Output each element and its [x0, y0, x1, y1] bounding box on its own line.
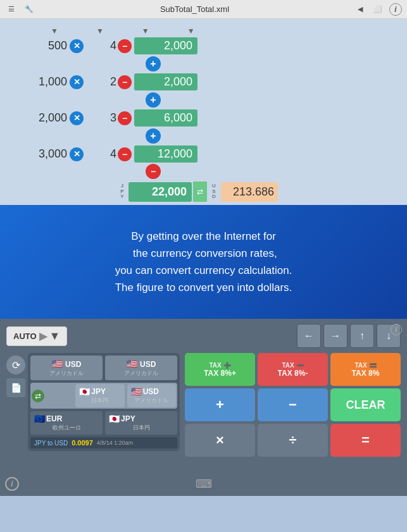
row2-add-icon[interactable]: ✕	[70, 75, 84, 89]
multiply-label: ×	[216, 432, 224, 448]
currency-card-eur[interactable]: 🇪🇺 EUR 欧州ユーロ	[30, 411, 103, 435]
row1-plus-btn[interactable]: +	[146, 56, 161, 71]
code-eur: EUR	[46, 414, 62, 423]
row3-add-icon[interactable]: ✕	[70, 111, 84, 125]
bottom-main: ⟳ 📄 🇺🇸 USD アメリカドル 🇺🇸 USD アメリカドル	[6, 353, 401, 457]
auto-nav-row: AUTO ▶ ▼ ← → ↑ ↓	[6, 324, 401, 348]
equals-button[interactable]: =	[330, 424, 401, 457]
row1-add-icon[interactable]: ✕	[70, 39, 84, 53]
divide-button[interactable]: ÷	[258, 424, 328, 457]
spreadsheet-area: ▼ ▼ ▼ ▼ 500 ✕ 4 − 2,000 + 1,000 ✕ 2 − 2,…	[0, 19, 407, 205]
keyboard-icon[interactable]: ⌨	[196, 477, 212, 491]
name-jpy-2: 日本円	[109, 424, 173, 432]
auto-arrow-icon: ▶	[39, 330, 47, 342]
code-usd-active: USD	[143, 387, 159, 396]
tax-eq-button[interactable]: TAX 🟰 TAX 8%	[330, 353, 401, 386]
code-jpy-active: JPY	[91, 387, 106, 396]
name-jpy-active: 日本円	[79, 397, 120, 405]
tax-add-button[interactable]: TAX ➕ TAX 8%+	[185, 353, 255, 386]
row3-plus-btn[interactable]: +	[146, 128, 161, 144]
row4-label: 3,000	[13, 147, 70, 161]
row4-add-icon[interactable]: ✕	[70, 147, 84, 161]
tax-add-top: TAX ➕	[209, 362, 230, 369]
currency-card-usd-2[interactable]: 🇺🇸 USD アメリカドル	[105, 356, 177, 380]
code-usd-2: USD	[140, 360, 156, 369]
clear-button[interactable]: CLEAR	[330, 388, 401, 421]
share-icon[interactable]: ⬜	[372, 3, 384, 16]
minus-button[interactable]: −	[258, 388, 328, 421]
currency-cards: 🇺🇸 USD アメリカドル 🇺🇸 USD アメリカドル ⇄	[28, 353, 180, 451]
currency-row-3: 🇪🇺 EUR 欧州ユーロ 🇯🇵 JPY 日本円	[30, 411, 177, 435]
currency-card-usd-active[interactable]: 🇺🇸 USD アメリカドル	[127, 384, 176, 407]
status-pair: JPY to USD	[34, 440, 68, 447]
code-jpy-2: JPY	[121, 414, 135, 423]
tax-add-bottom: TAX 8%+	[204, 369, 236, 378]
name-usd-2: アメリカドル	[109, 369, 173, 378]
flag-jp-2: 🇯🇵	[109, 414, 120, 424]
nav-left-button[interactable]: ←	[297, 324, 321, 348]
row3-value: 6,000	[134, 109, 197, 127]
row2-minus-icon[interactable]: −	[118, 75, 132, 89]
down-arrow-4: ▼	[187, 27, 195, 35]
calculator-buttons: TAX ➕ TAX 8%+ TAX ➖ TAX 8%- TAX 🟰 TAX 8%…	[185, 353, 401, 457]
name-eur: 欧州ユーロ	[34, 424, 99, 432]
menu-icon[interactable]: ☰	[5, 3, 18, 16]
currency-status-row: JPY to USD 0.0097 4/8/14 1:20am	[30, 437, 177, 448]
flag-us-1: 🇺🇸	[52, 359, 63, 369]
back-icon[interactable]: ◀	[354, 3, 366, 16]
page-button[interactable]: 📄	[6, 378, 25, 397]
row4-remove-btn[interactable]: −	[146, 164, 161, 179]
top-bar: ☰ 🔧 SubTotal_Total.xml ◀ ⬜ i	[0, 0, 407, 19]
refresh-button[interactable]: ⟳	[6, 356, 25, 374]
row1-qty: 4	[86, 39, 118, 53]
down-arrow-2: ▼	[96, 27, 104, 35]
calc-info-icon[interactable]: i	[391, 324, 402, 335]
bottom-info-icon[interactable]: i	[5, 477, 19, 491]
row4-value: 12,000	[134, 145, 197, 163]
row1-label: 500	[13, 39, 70, 53]
row2-plus-btn[interactable]: +	[146, 92, 161, 108]
tax-sub-top: TAX ➖	[282, 362, 303, 369]
swap-icon[interactable]: ⇄	[32, 390, 44, 402]
flag-jp-active: 🇯🇵	[79, 387, 90, 397]
flag-eu: 🇪🇺	[34, 414, 45, 424]
name-usd-active: アメリカドル	[131, 397, 172, 405]
message-text: By getting over the Internet for the cur…	[115, 228, 292, 297]
auto-button[interactable]: AUTO ▶ ▼	[6, 326, 67, 346]
table-row: 3,000 ✕ 4 − 12,000	[13, 145, 394, 163]
wrench-icon[interactable]: 🔧	[23, 3, 35, 16]
nav-arrows: ← → ↑ ↓	[297, 324, 401, 348]
nav-right-button[interactable]: →	[323, 324, 348, 348]
currency-card-usd-1[interactable]: 🇺🇸 USD アメリカドル	[30, 356, 103, 380]
currency-row-2: ⇄ 🇯🇵 JPY 日本円 🇺🇸 USD	[30, 383, 177, 409]
plus-button[interactable]: +	[185, 388, 255, 421]
jpy-label: JPY	[117, 183, 127, 200]
row4-minus-icon[interactable]: −	[118, 147, 132, 161]
currency-card-jpy-active[interactable]: 🇯🇵 JPY 日本円	[75, 384, 124, 407]
info-icon[interactable]: i	[389, 3, 402, 16]
row4-qty: 4	[86, 147, 118, 161]
convert-icon[interactable]: ⇄	[193, 182, 207, 202]
plus-label: +	[216, 397, 224, 413]
flag-us-active: 🇺🇸	[131, 387, 142, 397]
tax-eq-top: TAX 🟰	[354, 362, 376, 369]
arrows-row: ▼ ▼ ▼ ▼	[13, 25, 394, 35]
top-bar-left-icons: ☰ 🔧	[5, 3, 35, 16]
currency-card-jpy-2[interactable]: 🇯🇵 JPY 日本円	[105, 411, 177, 435]
row2-value: 2,000	[134, 73, 197, 90]
code-usd-1: USD	[65, 360, 81, 369]
row3-minus-icon[interactable]: −	[118, 111, 132, 125]
down-arrow-3: ▼	[142, 27, 149, 35]
multiply-button[interactable]: ×	[185, 424, 255, 457]
tax-sub-button[interactable]: TAX ➖ TAX 8%-	[258, 353, 328, 386]
usd-label: USD	[208, 183, 220, 200]
row1-minus-icon[interactable]: −	[118, 39, 132, 53]
divide-label: ÷	[289, 432, 296, 448]
total-jpy-value: 22,000	[128, 182, 192, 202]
bottom-panel: AUTO ▶ ▼ ← → ↑ ↓ i ⟳ 📄 🇺🇸	[0, 319, 407, 496]
tax-sub-bottom: TAX 8%-	[278, 369, 308, 378]
row2-label: 1,000	[13, 75, 70, 89]
status-rate: 0.0097	[72, 439, 93, 447]
top-bar-right-icons: ◀ ⬜ i	[354, 3, 402, 16]
nav-up-button[interactable]: ↑	[350, 324, 374, 348]
